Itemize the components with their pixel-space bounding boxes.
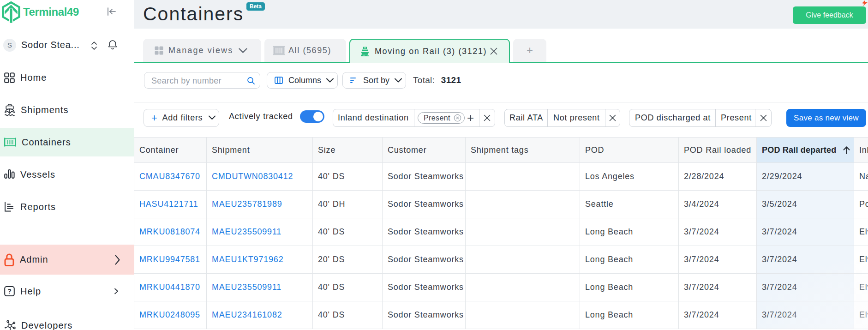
svg-text:?: ?	[7, 288, 12, 295]
